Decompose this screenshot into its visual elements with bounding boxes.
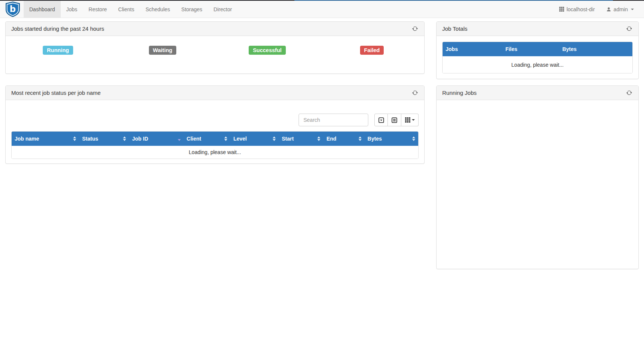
dashboard-content: Jobs started during the past 24 hours Ru…: [0, 21, 644, 269]
director-selector-label: localhost-dir: [566, 6, 594, 12]
toggle-view-button[interactable]: [388, 114, 401, 126]
column-header-start[interactable]: Start: [279, 132, 323, 146]
loading-text: Loading, please wait...: [12, 146, 418, 159]
left-column: Jobs started during the past 24 hours Ru…: [5, 21, 425, 164]
grid-icon: [559, 7, 564, 12]
director-selector[interactable]: localhost-dir: [554, 1, 600, 18]
panel-running-jobs-heading: Running Jobs: [437, 86, 638, 100]
sort-icon: [123, 136, 126, 141]
job-totals-table-container: Jobs Files Bytes Loading, please wait...: [442, 42, 633, 73]
nav-item-dashboard[interactable]: Dashboard: [24, 1, 61, 18]
refresh-icon[interactable]: [626, 25, 633, 32]
column-header-client[interactable]: Client: [184, 132, 231, 146]
loading-text: Loading, please wait...: [443, 56, 632, 73]
panel-job-totals-heading: Job Totals: [437, 22, 638, 36]
column-header-bytes: Bytes: [559, 42, 632, 56]
caret-down-icon: [631, 9, 634, 10]
column-header-job-id[interactable]: Job ID: [129, 132, 183, 146]
sort-icon: [73, 136, 76, 141]
user-menu-label: admin: [614, 6, 628, 12]
toggle-view-icon: [392, 117, 397, 123]
loading-row: Loading, please wait...: [443, 56, 632, 73]
bareos-logo[interactable]: b: [5, 1, 20, 18]
sort-desc-icon: [178, 139, 181, 141]
nav-item-jobs[interactable]: Jobs: [61, 1, 83, 18]
loading-spinner: [264, 63, 271, 70]
nav-item-director[interactable]: Director: [208, 1, 237, 18]
column-header-files: Files: [502, 42, 559, 56]
panel-title: Jobs started during the past 24 hours: [11, 25, 104, 32]
panel-job-totals: Job Totals Jobs Files Bytes: [436, 21, 639, 79]
nav-menu: Dashboard Jobs Restore Clients Schedules…: [24, 1, 237, 18]
sort-icon: [317, 136, 320, 141]
sort-icon: [359, 136, 362, 141]
loading-row: Loading, please wait...: [12, 146, 418, 159]
user-icon: [606, 7, 611, 12]
panel-title: Job Totals: [442, 25, 467, 32]
loading-spinner: [55, 63, 62, 70]
badge-cell-waiting: Waiting: [110, 36, 215, 70]
nav-item-restore[interactable]: Restore: [83, 1, 113, 18]
badge-cell-running: Running: [6, 36, 110, 70]
job-status-badges: Running Waiting Successful Failed: [6, 36, 424, 70]
sort-icon: [224, 136, 227, 141]
panel-title: Most recent job status per job name: [11, 90, 101, 96]
column-header-level[interactable]: Level: [230, 132, 279, 146]
panel-title: Running Jobs: [442, 90, 477, 96]
columns-grid-icon: [405, 117, 410, 123]
job-totals-body: Jobs Files Bytes Loading, please wait...: [437, 36, 638, 79]
right-column: Job Totals Jobs Files Bytes: [436, 21, 639, 269]
nav-item-clients[interactable]: Clients: [113, 1, 140, 18]
main-navbar: b Dashboard Jobs Restore Clients Schedul…: [0, 1, 644, 18]
columns-dropdown-button[interactable]: [401, 114, 419, 126]
recent-jobs-table-container: Job name Status Job ID: [11, 131, 419, 159]
column-header-end[interactable]: End: [323, 132, 364, 146]
sort-icon: [412, 136, 415, 141]
search-input[interactable]: [299, 114, 368, 126]
refresh-icon[interactable]: [411, 89, 419, 96]
job-totals-header-row: Jobs Files Bytes: [443, 42, 632, 56]
recent-jobs-table: Job name Status Job ID: [12, 132, 418, 159]
panel-recent-jobs: Most recent job status per job name: [5, 85, 425, 164]
user-menu[interactable]: admin: [600, 1, 639, 18]
table-toolbar-buttons: [374, 114, 419, 126]
nav-item-schedules[interactable]: Schedules: [140, 1, 176, 18]
panel-jobs-24h-heading: Jobs started during the past 24 hours: [6, 22, 424, 36]
job-totals-table: Jobs Files Bytes Loading, please wait...: [443, 42, 632, 73]
running-badge: Running: [43, 46, 73, 55]
sort-icon: [273, 136, 276, 141]
caret-down-icon: [412, 119, 415, 121]
waiting-badge: Waiting: [149, 46, 177, 55]
badge-cell-failed: Failed: [320, 36, 424, 70]
pagination-toggle-button[interactable]: [374, 114, 388, 126]
loading-spinner: [159, 63, 166, 70]
panel-running-jobs: Running Jobs: [436, 85, 639, 269]
svg-text:b: b: [10, 4, 16, 14]
recent-jobs-header-row: Job name Status Job ID: [12, 132, 418, 146]
column-header-status[interactable]: Status: [79, 132, 129, 146]
column-header-jobs: Jobs: [443, 42, 502, 56]
failed-badge: Failed: [360, 46, 384, 55]
column-header-bytes[interactable]: Bytes: [365, 132, 418, 146]
nav-item-storages[interactable]: Storages: [176, 1, 208, 18]
loading-spinner: [369, 63, 375, 70]
refresh-icon[interactable]: [411, 25, 419, 32]
pagination-toggle-icon: [378, 117, 384, 123]
column-header-job-name[interactable]: Job name: [12, 132, 79, 146]
panel-recent-jobs-heading: Most recent job status per job name: [6, 86, 424, 100]
recent-jobs-body: Job name Status Job ID: [6, 114, 424, 159]
successful-badge: Successful: [249, 46, 286, 55]
badge-cell-successful: Successful: [215, 36, 320, 70]
panel-jobs-24h: Jobs started during the past 24 hours Ru…: [5, 21, 425, 74]
refresh-icon[interactable]: [626, 89, 633, 96]
table-toolbar: [11, 114, 419, 126]
navbar-right: localhost-dir admin: [554, 1, 644, 18]
